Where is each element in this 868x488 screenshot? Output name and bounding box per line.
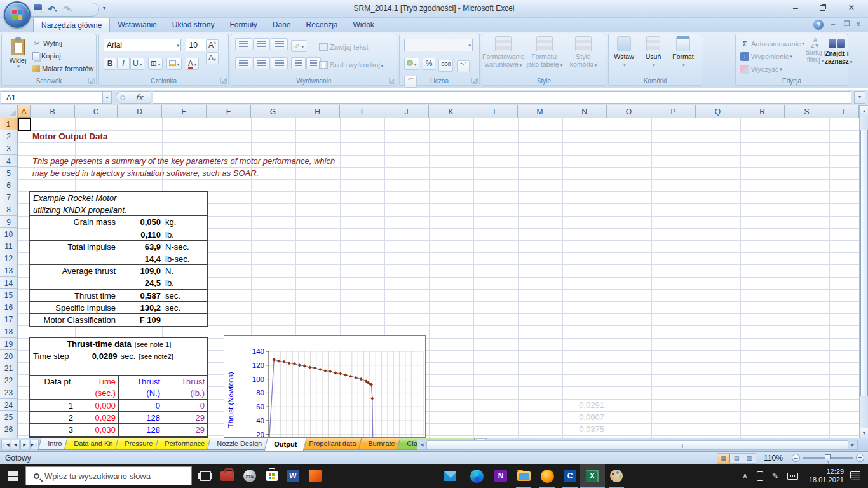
number-format-select[interactable]: ▾: [404, 39, 473, 51]
column-header-r[interactable]: R: [740, 105, 785, 118]
ribbon-tab-wstawianie[interactable]: Wstawianie: [110, 18, 164, 32]
ribbon-tab-formu-y[interactable]: Formuły: [222, 18, 264, 32]
align-left-button[interactable]: [235, 57, 252, 69]
row-header-20[interactable]: 20: [0, 350, 18, 362]
scroll-down-icon[interactable]: ▼: [860, 428, 868, 438]
column-header-f[interactable]: F: [207, 105, 251, 118]
column-header-i[interactable]: I: [340, 105, 384, 118]
align-top-button[interactable]: [235, 38, 252, 50]
name-box[interactable]: A1: [1, 91, 102, 104]
sheet-tab-performance[interactable]: Performance: [155, 438, 214, 450]
last-sheet-icon[interactable]: ▶❘: [30, 440, 39, 449]
delete-cells-button[interactable]: Usuń▾: [639, 34, 667, 69]
taskbar-sphere-button[interactable]: mS: [237, 464, 262, 488]
row-header-4[interactable]: 4: [0, 155, 18, 167]
row-header-25[interactable]: 25: [0, 411, 18, 423]
column-header-p[interactable]: P: [651, 105, 696, 118]
first-sheet-icon[interactable]: ❘◀: [1, 440, 10, 449]
column-header-a[interactable]: A: [18, 105, 31, 118]
row-header-8[interactable]: 8: [0, 203, 18, 215]
taskbar-excel-button[interactable]: X: [580, 464, 605, 488]
insert-cells-button[interactable]: Wstaw▾: [609, 34, 639, 69]
decrease-indent-button[interactable]: [291, 57, 306, 69]
fill-button[interactable]: ↓Wypełnienie▾: [739, 50, 804, 63]
row-header-17[interactable]: 17: [0, 313, 18, 325]
row-header-15[interactable]: 15: [0, 289, 18, 301]
align-right-button[interactable]: [271, 57, 288, 69]
sheet-tab-propellant-data[interactable]: Propellant data: [299, 438, 365, 450]
next-sheet-icon[interactable]: ▶: [20, 440, 29, 449]
ribbon-tab-narz-dzia-g-wne[interactable]: Narzędzia główne: [33, 18, 110, 32]
redo-icon[interactable]: ↷▾: [63, 4, 72, 14]
column-header-h[interactable]: H: [295, 105, 340, 118]
sort-filter-button[interactable]: AZ▼ Sortuj ifiltruj▾: [804, 36, 826, 65]
comma-style-button[interactable]: 000: [438, 60, 453, 72]
merge-center-button[interactable]: Scal i wyśrodkuj▾: [319, 58, 383, 70]
format-cells-button[interactable]: Format▾: [667, 34, 699, 69]
percent-style-button[interactable]: %: [423, 58, 435, 70]
row-header-9[interactable]: 9: [0, 216, 18, 228]
row-header-7[interactable]: 7: [0, 191, 18, 203]
row-header-24[interactable]: 24: [0, 399, 18, 411]
sheet-tab-nozzle-design[interactable]: Nozzle Design: [207, 438, 271, 450]
sheet-tab-output[interactable]: Output: [264, 438, 307, 451]
align-middle-button[interactable]: [253, 38, 270, 50]
pen-icon[interactable]: ✎: [772, 471, 778, 480]
insert-function-button[interactable]: fx: [116, 91, 151, 104]
ribbon-tab-widok[interactable]: Widok: [346, 18, 382, 32]
taskbar-firefox-button[interactable]: [534, 464, 560, 488]
column-header-n[interactable]: N: [562, 105, 607, 118]
font-dialog-launcher[interactable]: ◿: [220, 78, 227, 84]
page-break-view-icon[interactable]: ▥: [743, 454, 756, 463]
autosum-button[interactable]: ΣAutosumowanie▾: [739, 37, 804, 50]
column-header-c[interactable]: C: [75, 105, 118, 118]
column-header-j[interactable]: J: [384, 105, 429, 118]
format-painter-button[interactable]: Malarz formatów: [31, 62, 93, 75]
column-header-l[interactable]: L: [473, 105, 518, 118]
zoom-out-icon[interactable]: –: [792, 454, 800, 462]
row-header-18[interactable]: 18: [0, 325, 18, 337]
touch-keyboard-icon[interactable]: [787, 473, 798, 480]
help-icon[interactable]: ?: [813, 20, 824, 30]
zoom-in-icon[interactable]: +: [856, 454, 864, 462]
grow-font-button[interactable]: A˄: [206, 39, 219, 51]
clear-button[interactable]: Wyczyść▾: [739, 63, 804, 76]
column-header-o[interactable]: O: [607, 105, 651, 118]
wrap-text-button[interactable]: Zawijaj tekst: [319, 41, 369, 52]
expand-formula-bar-icon[interactable]: ▾: [854, 91, 865, 104]
taskbar-corel-button[interactable]: C: [557, 464, 583, 488]
bold-button[interactable]: B: [104, 58, 116, 70]
borders-button[interactable]: ⊞▾: [148, 58, 163, 70]
column-header-m[interactable]: M: [518, 105, 562, 118]
fill-color-button[interactable]: ▾: [166, 58, 182, 70]
hscroll-left-icon[interactable]: ◀: [420, 442, 423, 447]
cell-styles-button[interactable]: Stylekomórki▾: [565, 34, 602, 69]
row-header-13[interactable]: 13: [0, 264, 18, 276]
row-header-10[interactable]: 10: [0, 228, 18, 240]
taskbar-mail-button[interactable]: [437, 464, 463, 488]
row-header-2[interactable]: 2: [0, 130, 18, 142]
italic-button[interactable]: I: [117, 58, 130, 70]
column-header-t[interactable]: T: [829, 105, 859, 118]
number-dialog-launcher[interactable]: ◿: [471, 78, 478, 84]
align-center-button[interactable]: [253, 57, 270, 69]
selected-cell-a1[interactable]: [18, 118, 31, 131]
copy-button[interactable]: Kopiuj: [31, 50, 93, 62]
row-header-21[interactable]: 21: [0, 362, 18, 374]
taskbar-explorer-button[interactable]: [511, 464, 536, 488]
worksheet-grid[interactable]: ABCDEFGHIJKLMNOPQRST 1234567891011121314…: [0, 105, 868, 438]
align-bottom-button[interactable]: [271, 38, 288, 50]
zoom-level[interactable]: 110%: [764, 454, 783, 463]
row-header-22[interactable]: 22: [0, 374, 18, 386]
cut-button[interactable]: ✂Wytnij: [31, 37, 93, 50]
alignment-dialog-launcher[interactable]: ◿: [389, 78, 395, 84]
taskbar-task-view-button[interactable]: [193, 464, 218, 488]
row-header-19[interactable]: 19: [0, 338, 18, 350]
column-header-q[interactable]: Q: [696, 105, 740, 118]
workbook-close-button[interactable]: x: [857, 20, 860, 27]
column-header-g[interactable]: G: [251, 105, 295, 118]
zoom-thumb[interactable]: [825, 454, 831, 462]
taskbar-paint-button[interactable]: [604, 464, 629, 488]
thrust-chart[interactable]: 20406080100120140Thrust (Newtons): [224, 335, 426, 438]
taskbar-toolbox-button[interactable]: [215, 464, 240, 488]
